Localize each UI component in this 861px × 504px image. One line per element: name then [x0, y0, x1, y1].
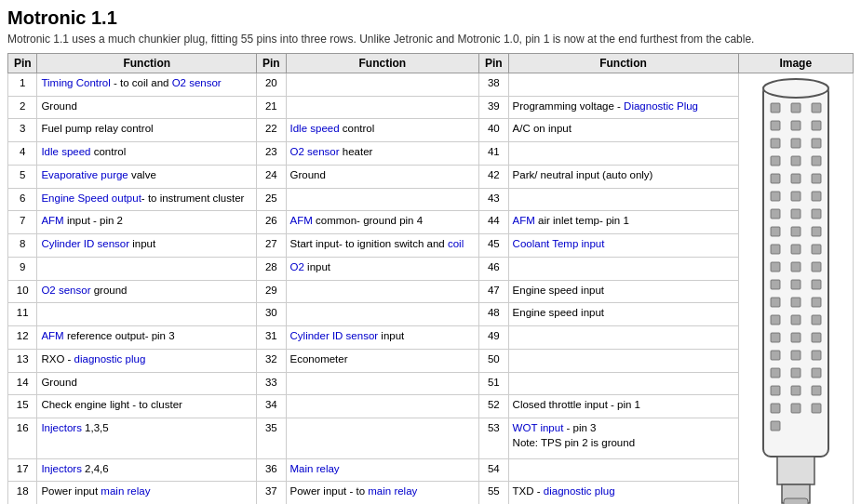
svg-rect-39	[812, 103, 821, 113]
table-row: 13RXO - diagnostic plug32Econometer50	[8, 349, 854, 372]
table-row: 928O2 input46	[8, 257, 854, 280]
pin-function	[286, 96, 479, 119]
pin-function: AFM common- ground pin 4	[286, 211, 479, 234]
svg-rect-32	[791, 298, 800, 307]
table-row: 5Evaporative purge valve24Ground42Park/ …	[8, 165, 854, 188]
pin-number: 3	[8, 119, 37, 142]
table-row: 4Idle speed control23O2 sensor heater41	[8, 142, 854, 166]
svg-rect-13	[771, 298, 780, 307]
svg-rect-50	[812, 298, 821, 307]
pin-function: Fuel pump relay control	[37, 119, 257, 142]
pin-number: 18	[8, 482, 37, 504]
svg-rect-10	[771, 245, 780, 254]
table-row: 10O2 sensor ground2947Engine speed input	[8, 280, 854, 303]
pin-number: 36	[257, 458, 286, 482]
pin-number: 6	[8, 188, 37, 211]
pin-number: 15	[8, 395, 37, 418]
pin-table: Pin Function Pin Function Pin Function I…	[7, 53, 854, 504]
pin-function: Programming voltage - Diagnostic Plug	[508, 96, 738, 119]
svg-rect-44	[812, 192, 821, 201]
pin-number: 28	[257, 257, 286, 280]
svg-rect-54	[812, 368, 821, 378]
svg-rect-43	[812, 174, 821, 183]
pin-function	[286, 372, 479, 395]
pin-number: 1	[8, 73, 37, 97]
pin-function	[286, 418, 479, 459]
table-row: 15Check engine light - to cluster3452Clo…	[8, 395, 854, 418]
pin-number: 46	[479, 257, 508, 280]
pin-number: 11	[8, 303, 37, 326]
connector-image	[738, 73, 854, 505]
pin-number: 12	[8, 326, 37, 350]
pin-number: 41	[479, 142, 508, 166]
pin-number: 50	[479, 349, 508, 372]
pin-number: 22	[257, 119, 286, 142]
pin-function: RXO - diagnostic plug	[37, 349, 257, 372]
svg-rect-40	[812, 121, 821, 130]
pin-function: AFM air inlet temp- pin 1	[508, 211, 738, 234]
svg-point-1	[763, 79, 828, 98]
svg-rect-14	[771, 315, 780, 325]
svg-rect-23	[791, 139, 800, 148]
svg-rect-30	[791, 262, 800, 272]
pin-number: 4	[8, 142, 37, 166]
table-row: 7AFM input - pin 226AFM common- ground p…	[8, 211, 854, 234]
pin-number: 42	[479, 165, 508, 188]
pin-number: 40	[479, 119, 508, 142]
pin-function	[286, 73, 479, 97]
svg-rect-46	[812, 227, 821, 236]
pin-function: Coolant Temp input	[508, 234, 738, 258]
svg-rect-4	[771, 139, 780, 148]
svg-rect-56	[812, 404, 821, 413]
pin-number: 20	[257, 73, 286, 97]
pin-function: Engine Speed output- to instrument clust…	[37, 188, 257, 211]
pin-function	[508, 349, 738, 372]
pin-function: Ground	[286, 165, 479, 188]
pin-function: Injectors 2,4,6	[37, 458, 257, 482]
svg-rect-26	[791, 192, 800, 201]
pin-number: 31	[257, 326, 286, 350]
pin-function	[508, 73, 738, 97]
table-row: 6Engine Speed output- to instrument clus…	[8, 188, 854, 211]
pin-number: 51	[479, 372, 508, 395]
pin-number: 49	[479, 326, 508, 350]
svg-rect-22	[791, 121, 800, 130]
svg-rect-9	[771, 227, 780, 236]
pin-number: 53	[479, 418, 508, 459]
pin-function: Power input main relay	[37, 482, 257, 504]
svg-rect-52	[812, 333, 821, 342]
svg-rect-7	[771, 192, 780, 201]
svg-rect-6	[771, 174, 780, 183]
pin-number: 38	[479, 73, 508, 97]
pin-function: Engine speed input	[508, 280, 738, 303]
pin-number: 9	[8, 257, 37, 280]
pin-number: 17	[8, 458, 37, 482]
table-row: 8Cylinder ID sensor input27Start input- …	[8, 234, 854, 258]
svg-rect-47	[812, 245, 821, 254]
pin-number: 54	[479, 458, 508, 482]
pin-number: 2	[8, 96, 37, 119]
pin-number: 16	[8, 418, 37, 459]
pin-number: 13	[8, 349, 37, 372]
pin-function: Engine speed input	[508, 303, 738, 326]
pin-function	[508, 188, 738, 211]
pin-number: 5	[8, 165, 37, 188]
pin-function: Main relay	[286, 458, 479, 482]
pin-function: Timing Control - to coil and O2 sensor	[37, 73, 257, 97]
svg-rect-19	[771, 404, 780, 413]
pin-number: 39	[479, 96, 508, 119]
svg-rect-33	[791, 315, 800, 325]
col-func2-header: Function	[286, 54, 479, 73]
col-func3-header: Function	[508, 54, 738, 73]
svg-rect-25	[791, 174, 800, 183]
pin-function: AFM reference output- pin 3	[37, 326, 257, 350]
table-row: 1Timing Control - to coil and O2 sensor2…	[8, 73, 854, 97]
svg-rect-24	[791, 156, 800, 166]
pin-function: O2 input	[286, 257, 479, 280]
table-row: 14Ground3351	[8, 372, 854, 395]
pin-function: Idle speed control	[286, 119, 479, 142]
svg-rect-17	[771, 368, 780, 378]
pin-function: Check engine light - to cluster	[37, 395, 257, 418]
svg-rect-15	[771, 333, 780, 342]
pin-function: TXD - diagnostic plug	[508, 482, 738, 504]
